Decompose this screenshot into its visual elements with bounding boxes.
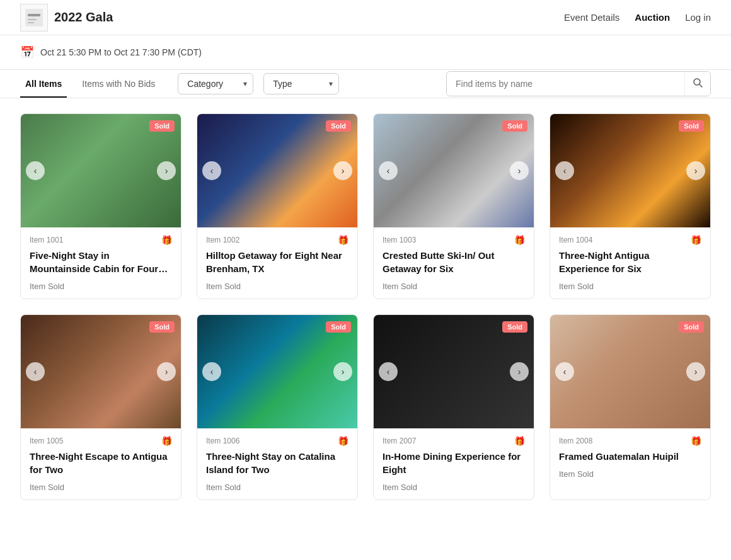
carousel-prev-button[interactable]: ‹ — [202, 161, 221, 180]
carousel-next-button[interactable]: › — [686, 161, 705, 180]
tab-all-items[interactable]: All Items — [20, 70, 67, 98]
gift-icon: 🎁 — [161, 436, 172, 446]
gift-icon: 🎁 — [338, 235, 348, 245]
carousel-next-button[interactable]: › — [333, 161, 352, 180]
sold-badge: Sold — [149, 321, 175, 333]
gift-icon: 🎁 — [161, 235, 172, 245]
sold-badge: Sold — [502, 321, 527, 333]
header-nav: Event Details Auction Log in — [564, 12, 711, 23]
tab-no-bids[interactable]: Items with No Bids — [77, 70, 160, 98]
card-item-number: Item 1002 — [206, 236, 239, 244]
carousel-prev-button[interactable]: ‹ — [26, 161, 45, 180]
card-meta: Item 1001 🎁 — [30, 235, 172, 245]
search-input[interactable] — [447, 73, 684, 94]
carousel-prev-button[interactable]: ‹ — [379, 161, 398, 180]
card-item-number: Item 1006 — [206, 437, 239, 445]
card-status: Item Sold — [383, 282, 525, 291]
filters-bar: All Items Items with No Bids Category ▾ … — [0, 70, 731, 98]
gift-icon: 🎁 — [691, 436, 701, 446]
carousel-prev-button[interactable]: ‹ — [555, 161, 574, 180]
sold-badge: Sold — [502, 120, 527, 132]
item-card: Sold ‹ › Item 1001 🎁 Five-Night Stay in … — [20, 113, 181, 299]
category-select[interactable]: Category — [178, 73, 253, 94]
card-image-wrapper: Sold ‹ › — [550, 114, 710, 227]
card-status: Item Sold — [30, 282, 172, 291]
card-status: Item Sold — [30, 483, 172, 492]
card-status: Item Sold — [383, 483, 525, 492]
item-card: Sold ‹ › Item 1003 🎁 Crested Butte Ski-I… — [373, 113, 534, 299]
nav-event-details[interactable]: Event Details — [564, 12, 619, 23]
type-filter-wrapper: Type ▾ — [263, 73, 339, 94]
items-grid: Sold ‹ › Item 1001 🎁 Five-Night Stay in … — [0, 98, 731, 515]
card-image-wrapper: Sold ‹ › — [197, 114, 357, 227]
carousel-prev-button[interactable]: ‹ — [379, 362, 398, 381]
carousel-next-button[interactable]: › — [510, 161, 529, 180]
svg-rect-3 — [28, 22, 34, 23]
gift-icon: 🎁 — [691, 235, 701, 245]
carousel-next-button[interactable]: › — [686, 362, 705, 381]
card-meta: Item 1003 🎁 — [383, 235, 525, 245]
card-item-number: Item 1001 — [30, 236, 63, 244]
svg-rect-2 — [28, 19, 37, 20]
card-title: Five-Night Stay in Mountainside Cabin fo… — [30, 249, 172, 275]
card-item-number: Item 1003 — [383, 236, 416, 244]
nav-login[interactable]: Log in — [685, 12, 711, 23]
item-card: Sold ‹ › Item 1004 🎁 Three-Night Antigua… — [550, 113, 711, 299]
card-item-number: Item 2008 — [559, 437, 592, 445]
search-button[interactable] — [684, 72, 710, 96]
card-status: Item Sold — [559, 282, 701, 291]
sold-badge: Sold — [326, 321, 351, 333]
card-meta: Item 1005 🎁 — [30, 436, 172, 446]
card-body: Item 1005 🎁 Three-Night Escape to Antigu… — [21, 428, 181, 500]
item-card: Sold ‹ › Item 1006 🎁 Three-Night Stay on… — [197, 314, 358, 500]
card-body: Item 1002 🎁 Hilltop Getaway for Eight Ne… — [197, 227, 357, 299]
card-body: Item 1004 🎁 Three-Night Antigua Experien… — [550, 227, 710, 299]
item-card: Sold ‹ › Item 2008 🎁 Framed Guatemalan H… — [550, 314, 711, 500]
card-title: Three-Night Antigua Experience for Six — [559, 249, 701, 275]
svg-rect-1 — [28, 14, 40, 16]
svg-rect-0 — [25, 9, 43, 26]
carousel-next-button[interactable]: › — [333, 362, 352, 381]
card-status: Item Sold — [206, 483, 348, 492]
card-body: Item 1003 🎁 Crested Butte Ski-In/ Out Ge… — [374, 227, 534, 299]
sold-badge: Sold — [149, 120, 175, 132]
card-status: Item Sold — [559, 469, 701, 479]
card-body: Item 2007 🎁 In-Home Dining Experience fo… — [374, 428, 534, 500]
item-card: Sold ‹ › Item 1005 🎁 Three-Night Escape … — [20, 314, 181, 500]
card-image-wrapper: Sold ‹ › — [21, 114, 181, 227]
carousel-prev-button[interactable]: ‹ — [26, 362, 45, 381]
card-title: Hilltop Getaway for Eight Near Brenham, … — [206, 249, 348, 275]
card-item-number: Item 2007 — [383, 437, 416, 445]
carousel-next-button[interactable]: › — [510, 362, 529, 381]
card-meta: Item 1004 🎁 — [559, 235, 701, 245]
event-date: Oct 21 5:30 PM to Oct 21 7:30 PM (CDT) — [40, 47, 202, 57]
calendar-icon: 📅 — [20, 45, 34, 59]
card-item-number: Item 1005 — [30, 437, 63, 445]
card-title: Crested Butte Ski-In/ Out Getaway for Si… — [383, 249, 525, 275]
type-select[interactable]: Type — [263, 73, 339, 94]
card-status: Item Sold — [206, 282, 348, 291]
gift-icon: 🎁 — [514, 436, 525, 446]
logo-box — [20, 4, 48, 31]
item-card: Sold ‹ › Item 2007 🎁 In-Home Dining Expe… — [373, 314, 534, 500]
card-body: Item 2008 🎁 Framed Guatemalan Huipil Ite… — [550, 428, 710, 500]
carousel-prev-button[interactable]: ‹ — [555, 362, 574, 381]
item-card: Sold ‹ › Item 1002 🎁 Hilltop Getaway for… — [197, 113, 358, 299]
svg-line-5 — [699, 84, 702, 87]
card-title: Three-Night Escape to Antigua for Two — [30, 450, 172, 476]
tabs: All Items Items with No Bids — [20, 70, 160, 98]
search-wrapper — [446, 71, 711, 96]
card-body: Item 1006 🎁 Three-Night Stay on Catalina… — [197, 428, 357, 500]
gift-icon: 🎁 — [338, 436, 348, 446]
header: 2022 Gala Event Details Auction Log in — [0, 0, 731, 35]
card-image-wrapper: Sold ‹ › — [550, 315, 710, 428]
carousel-next-button[interactable]: › — [157, 362, 176, 381]
nav-auction[interactable]: Auction — [635, 12, 670, 23]
card-title: In-Home Dining Experience for Eight — [383, 450, 525, 476]
sold-badge: Sold — [326, 120, 351, 132]
carousel-prev-button[interactable]: ‹ — [202, 362, 221, 381]
carousel-next-button[interactable]: › — [157, 161, 176, 180]
card-image-wrapper: Sold ‹ › — [21, 315, 181, 428]
card-meta: Item 1002 🎁 — [206, 235, 348, 245]
card-body: Item 1001 🎁 Five-Night Stay in Mountains… — [21, 227, 181, 299]
